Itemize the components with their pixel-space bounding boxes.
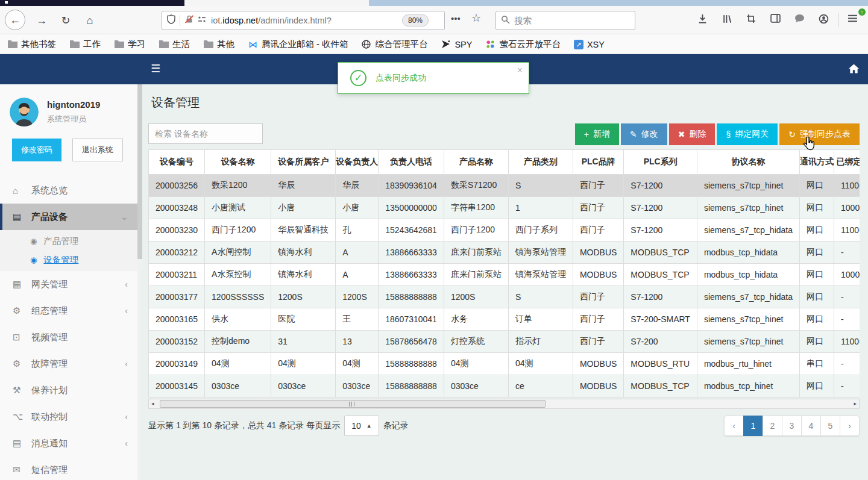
reload-button[interactable]: ↻ bbox=[57, 11, 75, 30]
table-row[interactable]: 200003211A水泵控制镇海水利A13886663333庶来门前泵站镇海泵站… bbox=[149, 264, 860, 286]
table-row[interactable]: 200003230西门子1200华辰智通科技孔15243642681西门子120… bbox=[149, 219, 860, 242]
scroll-left-icon[interactable]: ◂ bbox=[151, 401, 154, 407]
sidebar-item-linkage-control[interactable]: ⌥联动控制‹ bbox=[0, 404, 137, 430]
insecure-lock-icon[interactable] bbox=[184, 14, 194, 26]
bookmark-tencent-mail[interactable]: ⋈腾讯企业邮箱 - 收件箱 bbox=[248, 39, 348, 50]
bookmark-label: 其他 bbox=[217, 39, 234, 50]
table-row[interactable]: 2000031771200SSSSSS1200S1200S15888888888… bbox=[149, 286, 860, 308]
button-label: 修改 bbox=[641, 129, 658, 140]
column-header[interactable]: 设备编号 bbox=[149, 150, 205, 175]
column-header[interactable]: PLC系列 bbox=[624, 150, 697, 175]
menu-icon[interactable] bbox=[846, 14, 858, 26]
page-prev-button[interactable]: ‹ bbox=[724, 416, 744, 436]
bookmark-other-bookmarks[interactable]: 其他书签 bbox=[7, 39, 56, 50]
vertical-scrollbar[interactable] bbox=[137, 84, 142, 480]
table-row[interactable]: 200003256数采1200华辰华辰18390936104数采S71200S西… bbox=[149, 175, 860, 197]
bookmark-work[interactable]: 工作 bbox=[69, 39, 101, 50]
column-header[interactable]: 设备负责人 bbox=[336, 150, 379, 175]
edit-button[interactable]: ✎修改 bbox=[621, 123, 667, 145]
horizontal-scrollbar-thumb[interactable] bbox=[160, 400, 546, 408]
column-header[interactable]: 产品名称 bbox=[444, 150, 508, 175]
table-cell: 西门子1200 bbox=[205, 219, 271, 242]
bookmark-mgmt-platform[interactable]: 综合管理平台 bbox=[361, 39, 427, 50]
browser-search-input[interactable] bbox=[514, 16, 630, 25]
force-sync-button[interactable]: ↻强制同步点表 bbox=[779, 123, 860, 145]
add-button[interactable]: +新增 bbox=[575, 123, 619, 145]
bookmark-life[interactable]: 生活 bbox=[159, 39, 190, 50]
logout-button[interactable]: 退出系统 bbox=[72, 139, 123, 161]
table-cell: modbus_tcp_hinet bbox=[697, 375, 799, 397]
zoom-indicator[interactable]: 80% bbox=[402, 14, 429, 26]
crop-icon[interactable] bbox=[745, 14, 757, 26]
delete-button[interactable]: ✖删除 bbox=[669, 123, 715, 145]
table-row[interactable]: 200003248小唐测试小唐小唐13500000000字符串12001西门子S… bbox=[149, 197, 860, 219]
table-cell: MODBUS bbox=[573, 375, 623, 397]
page-actions-button[interactable]: ••• bbox=[451, 13, 461, 23]
column-header[interactable]: 设备所属客户 bbox=[271, 150, 336, 175]
bookmark-ezviz[interactable]: 萤石云开放平台 bbox=[485, 39, 561, 50]
sidebar-collapse-icon[interactable]: ☰ bbox=[151, 62, 160, 75]
sidebar-item-gateway-mgmt[interactable]: ▦网关管理‹ bbox=[0, 271, 137, 298]
folder-icon bbox=[69, 40, 80, 49]
table-row[interactable]: 200003212A水闸控制镇海水利A13886663333庶来门前泵站镇海泵站… bbox=[149, 242, 860, 264]
page-button-5[interactable]: 5 bbox=[820, 416, 840, 436]
table-row[interactable]: 20000314904测04测04测1588888888804测04测MODBU… bbox=[149, 353, 860, 375]
column-header[interactable]: 通讯方式 bbox=[800, 150, 834, 175]
sidebar-item-overview[interactable]: ⌂系统总览 bbox=[0, 177, 137, 204]
bookmark-star-icon[interactable]: ☆ bbox=[471, 11, 481, 25]
chat-icon[interactable] bbox=[793, 14, 805, 26]
column-header[interactable]: 负责人电话 bbox=[379, 150, 444, 175]
sidebar-item-sms-mgmt[interactable]: ✉短信管理 bbox=[0, 457, 137, 480]
bookmark-study[interactable]: 学习 bbox=[114, 39, 145, 50]
column-header[interactable]: 已绑定网关 bbox=[834, 150, 860, 175]
bookmark-xsy[interactable]: ↗XSY bbox=[574, 40, 605, 49]
account-icon[interactable] bbox=[817, 14, 829, 26]
device-search-input[interactable] bbox=[148, 123, 263, 144]
navbar-home-icon[interactable] bbox=[849, 64, 859, 73]
table-cell: 13500000000 bbox=[379, 197, 444, 219]
page-button-1[interactable]: 1 bbox=[743, 416, 763, 436]
shield-icon[interactable] bbox=[167, 14, 175, 26]
browser-home-button[interactable]: ⌂ bbox=[81, 11, 99, 30]
page-next-button[interactable]: › bbox=[840, 416, 860, 436]
bind-gateway-button[interactable]: §绑定网关 bbox=[717, 123, 778, 145]
forward-button[interactable]: → bbox=[33, 11, 51, 30]
page-button-3[interactable]: 3 bbox=[782, 416, 802, 436]
sidebar-item-video-mgmt[interactable]: ⊡视频管理 bbox=[0, 324, 137, 351]
sidebar-item-message-notify[interactable]: ▤消息通知‹ bbox=[0, 430, 137, 457]
sidebar-item-fault-mgmt[interactable]: ⚙故障管理‹ bbox=[0, 351, 137, 377]
table-row[interactable]: 2000031450303ce0303ce0303ce1588888888803… bbox=[149, 375, 860, 397]
bookmark-misc[interactable]: 其他 bbox=[203, 39, 234, 50]
page-button-4[interactable]: 4 bbox=[801, 416, 821, 436]
column-header[interactable]: 产品类别 bbox=[508, 150, 573, 175]
sidebar-subitem-device-mgmt[interactable]: ◉设备管理 bbox=[0, 251, 137, 269]
sidebar-subitem-product-mgmt[interactable]: ◉产品管理 bbox=[0, 232, 137, 251]
user-name: hignton2019 bbox=[47, 99, 100, 110]
column-header[interactable]: 设备名称 bbox=[205, 150, 271, 175]
library-icon[interactable] bbox=[721, 14, 733, 26]
sidebar-toggle-icon[interactable] bbox=[769, 14, 781, 26]
vertical-scrollbar-thumb[interactable] bbox=[137, 84, 142, 259]
toast-close-icon[interactable]: × bbox=[517, 65, 523, 76]
browser-active-tab[interactable] bbox=[184, 0, 369, 6]
table-row[interactable]: 200003152控制demo311315878656478灯控系统指示灯西门子… bbox=[149, 331, 860, 353]
sidebar-item-maintenance-plan[interactable]: ⚒保养计划 bbox=[0, 377, 137, 404]
change-password-button[interactable]: 修改密码 bbox=[12, 139, 61, 161]
column-header[interactable]: PLC品牌 bbox=[573, 150, 623, 175]
page-button-2[interactable]: 2 bbox=[763, 416, 782, 436]
sidebar-item-product-device[interactable]: ▤产品设备⌄ bbox=[0, 204, 137, 230]
horizontal-scrollbar[interactable]: ◂ ▸ bbox=[148, 399, 860, 409]
permissions-icon[interactable] bbox=[198, 15, 206, 26]
column-header[interactable]: 协议名称 bbox=[697, 150, 799, 175]
page-size-select[interactable]: 10▲ bbox=[344, 416, 379, 436]
bookmark-label: 萤石云开放平台 bbox=[499, 39, 561, 50]
back-button[interactable]: ← bbox=[5, 10, 25, 30]
bookmark-spy[interactable]: SPY bbox=[441, 40, 472, 49]
browser-search-box[interactable] bbox=[495, 11, 635, 30]
sidebar-item-scada-mgmt[interactable]: ⚙组态管理‹ bbox=[0, 298, 137, 324]
table-row[interactable]: 200003165供水医院王18607310041水务订单西门子S7-200-S… bbox=[149, 308, 860, 331]
url-bar[interactable]: iot.idosp.net/admin/index.html? 80% bbox=[162, 11, 445, 30]
scroll-right-icon[interactable]: ▸ bbox=[854, 401, 857, 407]
download-icon[interactable] bbox=[696, 14, 708, 26]
table-cell: S bbox=[508, 175, 573, 197]
